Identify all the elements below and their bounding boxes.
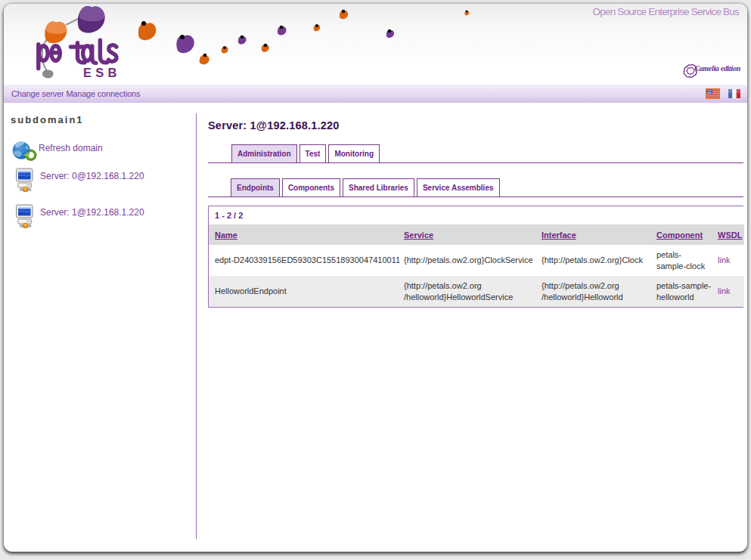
svg-text:ESB: ESB bbox=[83, 66, 121, 79]
